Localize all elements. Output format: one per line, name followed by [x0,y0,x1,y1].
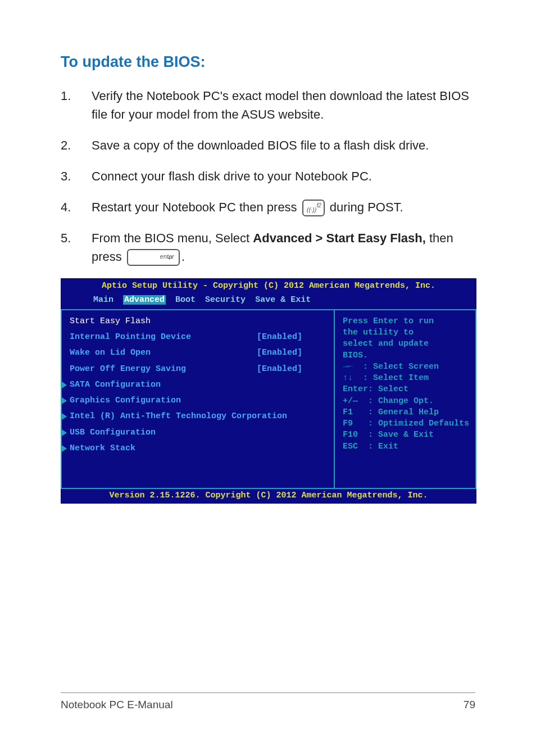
step-3: 3. Connect your flash disk drive to your… [61,167,475,185]
bios-submenu-label: SATA Configuration [70,380,161,390]
bios-key-help: →← : Select Screen ↑↓ : Select Item Ente… [343,361,473,452]
tab-save-exit: Save & Exit [255,295,311,305]
bios-option-label: Wake on Lid Open [70,348,151,357]
bios-submenu-label: Intel (R) Anti-Theft Technology Corporat… [70,411,287,421]
bios-option-label: Internal Pointing Device [70,332,191,342]
step-body: From the BIOS menu, Select Advanced > St… [92,229,475,266]
step-body: Restart your Notebook PC then press f2 (… [92,198,475,216]
step-2: 2. Save a copy of the downloaded BIOS fi… [61,136,475,155]
triangle-icon [62,445,67,452]
bios-selected-item: Start Easy Flash [70,316,328,327]
step-number: 5. [61,229,92,247]
step-body: Connect your flash disk drive to your No… [92,167,475,185]
return-arrow-icon: ↵ [168,253,173,263]
step-1: 1. Verify the Notebook PC's exact model … [61,87,475,124]
step-body: Verify the Notebook PC's exact model the… [92,87,475,124]
bios-help-text: Press Enter to run the utility to select… [343,316,473,361]
bios-submenu-label: Graphics Configuration [70,396,181,405]
page-number: 79 [464,699,475,711]
step-text: during POST. [330,200,403,214]
step-5: 5. From the BIOS menu, Select Advanced >… [61,229,475,266]
tab-security: Security [205,295,246,305]
bios-footer: Version 2.15.1226. Copyright (C) 2012 Am… [61,489,476,504]
bios-left-pane: Start Easy Flash Internal Pointing Devic… [61,310,335,488]
wifi-icon: ((·)) [307,205,317,215]
bios-submenu-label: Network Stack [70,443,135,453]
bios-option-label: Power Off Energy Saving [70,364,186,374]
step-text: . [181,250,185,264]
bios-option-value: [Enabled] [257,332,302,342]
step-body: Save a copy of the downloaded BIOS file … [92,136,475,155]
step-number: 3. [61,167,92,185]
bios-screenshot: Aptio Setup Utility - Copyright (C) 2012… [61,278,476,504]
step-list: 1. Verify the Notebook PC's exact model … [61,87,475,266]
step-text: From the BIOS menu, Select [92,231,253,245]
enter-key-icon: enter ↵ [127,249,180,266]
step-number: 1. [61,87,92,105]
page-footer: Notebook PC E-Manual 79 [61,692,475,711]
bios-submenu: Intel (R) Anti-Theft Technology Corporat… [70,411,328,422]
bios-submenu: USB Configuration [70,427,328,438]
f2-key-icon: f2 ((·)) [302,200,325,216]
bios-submenu: Network Stack [70,443,328,454]
key-label: f2 [316,201,321,210]
footer-title: Notebook PC E-Manual [61,699,173,711]
triangle-icon [62,397,67,404]
bios-help-pane: Press Enter to run the utility to select… [335,310,476,488]
step-text-bold: Advanced > Start Easy Flash, [253,231,426,245]
bios-submenu: SATA Configuration [70,379,328,391]
bios-submenu: Graphics Configuration [70,395,328,406]
bios-tabs: Main Advanced Boot Security Save & Exit [61,295,476,306]
bios-title: Aptio Setup Utility - Copyright (C) 2012… [61,280,476,292]
triangle-icon [62,429,67,436]
tab-boot: Boot [175,295,196,305]
bios-option-row: Wake on Lid Open [Enabled] [70,347,328,359]
triangle-icon [62,413,67,420]
tab-advanced: Advanced [123,295,166,305]
bios-option-row: Internal Pointing Device [Enabled] [70,332,328,343]
section-heading: To update the BIOS: [61,53,475,71]
step-text: Restart your Notebook PC then press [92,200,301,214]
triangle-icon [62,382,67,388]
bios-submenu-label: USB Configuration [70,428,156,437]
step-number: 2. [61,136,92,155]
bios-option-row: Power Off Energy Saving [Enabled] [70,364,328,375]
step-number: 4. [61,198,92,216]
bios-option-value: [Enabled] [257,364,302,374]
tab-main: Main [93,295,113,305]
bios-option-value: [Enabled] [257,348,302,357]
step-4: 4. Restart your Notebook PC then press f… [61,198,475,216]
